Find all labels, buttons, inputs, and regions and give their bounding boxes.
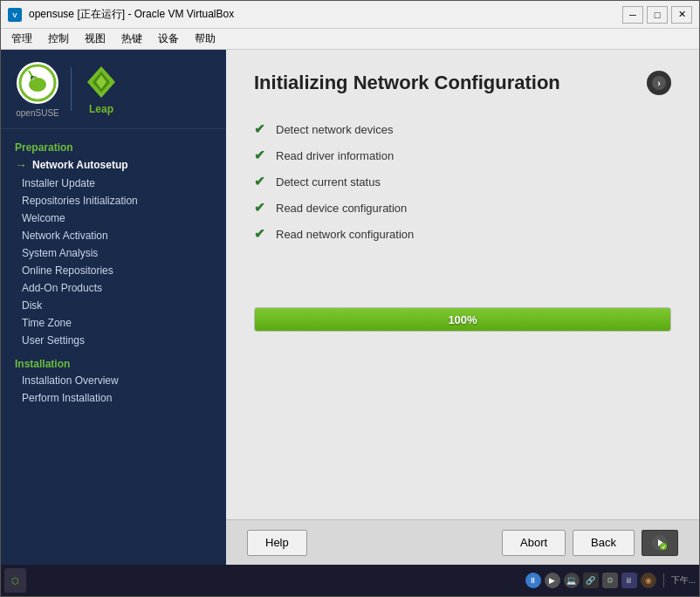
progress-section: 100% <box>226 293 699 349</box>
opensuse-logo: openSUSE <box>15 60 60 118</box>
tray-icon-1[interactable]: ⏸ <box>525 573 541 588</box>
maximize-button[interactable]: □ <box>647 6 668 24</box>
check-icon-detect-status: ✔ <box>254 174 265 189</box>
tray-icon-3[interactable]: 💻 <box>564 573 580 588</box>
window-controls: ─ □ ✕ <box>622 6 692 24</box>
leap-label: Leap <box>89 103 113 115</box>
checklist-item-read-device-config: ✔ Read device configuration <box>254 195 671 221</box>
right-panel: Initializing Network Configuration › ✔ D… <box>226 50 699 565</box>
svg-text:›: › <box>657 78 661 88</box>
content-body: ✔ Detect network devices ✔ Read driver i… <box>226 109 699 293</box>
svg-text:✔: ✔ <box>662 545 666 550</box>
sidebar-nav: Preparation → Network Autosetup Installe… <box>1 129 226 565</box>
svg-point-8 <box>32 78 34 79</box>
checklist-item-read-network-config: ✔ Read network configuration <box>254 221 671 247</box>
taskbar-system-tray: ⏸ ▶ 💻 🔗 ⚙ 🖥 ◉ 下午... <box>525 573 696 588</box>
tray-icon-7[interactable]: ◉ <box>641 573 656 588</box>
check-icon-read-device-config: ✔ <box>254 200 265 216</box>
title-bar: V opensuse [正在运行] - Oracle VM VirtualBox… <box>1 1 699 29</box>
sidebar-item-online-repositories[interactable]: Online Repositories <box>1 262 226 279</box>
main-content: openSUSE Leap <box>1 50 699 565</box>
info-icon: › <box>647 71 671 95</box>
current-arrow: → <box>15 158 27 172</box>
leap-logo: Leap <box>82 63 120 115</box>
tray-icon-6[interactable]: 🖥 <box>621 573 637 588</box>
window-title: opensuse [正在运行] - Oracle VM VirtualBox <box>29 7 615 22</box>
taskbar-vm-item[interactable]: ⬡ <box>4 568 26 593</box>
sidebar-item-repositories-init[interactable]: Repositories Initialization <box>1 192 226 209</box>
next-button[interactable]: ✔ <box>642 530 678 556</box>
progress-label: 100% <box>448 313 477 326</box>
back-button[interactable]: Back <box>573 530 635 556</box>
checklist-item-read-driver: ✔ Read driver information <box>254 142 671 168</box>
button-bar: Help Abort Back ✔ <box>226 519 699 565</box>
virtualbox-window: V opensuse [正在运行] - Oracle VM VirtualBox… <box>0 0 700 597</box>
content-header: Initializing Network Configuration › <box>226 50 699 109</box>
logo-divider <box>71 67 72 111</box>
sidebar-item-addon-products[interactable]: Add-On Products <box>1 279 226 297</box>
check-icon-detect-devices: ✔ <box>254 121 265 137</box>
sidebar-item-network-activation[interactable]: Network Activation <box>1 227 226 244</box>
menu-control[interactable]: 控制 <box>41 30 76 48</box>
progress-bar-container: 100% <box>254 307 671 332</box>
sidebar-item-network-autosetup[interactable]: → Network Autosetup <box>1 155 226 175</box>
menu-bar: 管理 控制 视图 热键 设备 帮助 <box>1 29 699 50</box>
tray-icon-4[interactable]: 🔗 <box>583 573 599 588</box>
sidebar-item-disk[interactable]: Disk <box>1 297 226 314</box>
sidebar-item-perform-installation[interactable]: Perform Installation <box>1 389 226 407</box>
section-installation: Installation <box>1 353 226 372</box>
menu-hotkeys[interactable]: 热键 <box>114 30 149 48</box>
check-icon-read-network-config: ✔ <box>254 226 265 242</box>
sidebar-logo: openSUSE Leap <box>1 50 226 129</box>
svg-text:V: V <box>12 11 17 19</box>
taskbar-vm-label: ⬡ <box>11 576 19 586</box>
sidebar-item-time-zone[interactable]: Time Zone <box>1 314 226 332</box>
menu-devices[interactable]: 设备 <box>151 30 186 48</box>
menu-help[interactable]: 帮助 <box>188 30 223 48</box>
menu-view[interactable]: 视图 <box>78 30 113 48</box>
checklist-item-detect-devices: ✔ Detect network devices <box>254 116 671 142</box>
sidebar-item-system-analysis[interactable]: System Analysis <box>1 244 226 262</box>
tray-icon-5[interactable]: ⚙ <box>602 573 618 588</box>
section-preparation: Preparation <box>1 136 226 155</box>
leap-logo-svg <box>82 63 120 101</box>
close-button[interactable]: ✕ <box>671 6 692 24</box>
check-icon-read-driver: ✔ <box>254 148 265 163</box>
window-icon: V <box>8 8 22 22</box>
taskbar: ⬡ ⏸ ▶ 💻 🔗 ⚙ 🖥 ◉ <box>1 565 699 596</box>
next-icon: ✔ <box>651 534 669 552</box>
tray-time: 下午... <box>671 574 696 587</box>
sidebar-item-welcome[interactable]: Welcome <box>1 209 226 227</box>
opensuse-label: openSUSE <box>16 108 58 118</box>
tray-icon-2[interactable]: ▶ <box>545 573 560 588</box>
abort-button[interactable]: Abort <box>502 530 566 556</box>
sidebar-item-installation-overview[interactable]: Installation Overview <box>1 372 226 389</box>
menu-manage[interactable]: 管理 <box>4 30 39 48</box>
help-button[interactable]: Help <box>247 530 307 556</box>
content-title: Initializing Network Configuration <box>254 72 560 94</box>
sidebar-item-user-settings[interactable]: User Settings <box>1 332 226 349</box>
minimize-button[interactable]: ─ <box>622 6 643 24</box>
sidebar-item-installer-update[interactable]: Installer Update <box>1 175 226 192</box>
content-spacer <box>226 349 699 519</box>
sidebar: openSUSE Leap <box>1 50 226 565</box>
opensuse-logo-svg <box>15 60 60 106</box>
tray-divider <box>663 573 664 587</box>
checklist-item-detect-status: ✔ Detect current status <box>254 168 671 195</box>
